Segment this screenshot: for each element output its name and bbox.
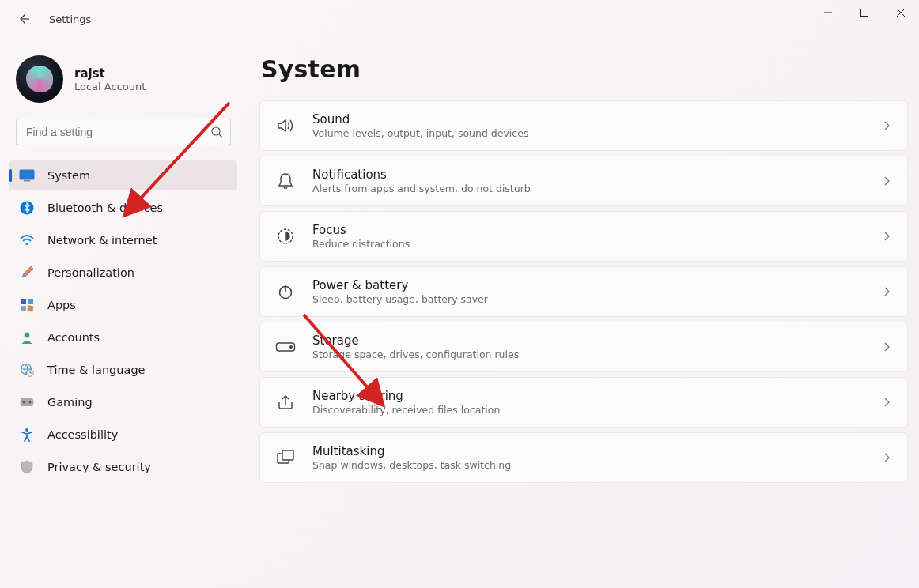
- svg-point-19: [29, 401, 32, 404]
- card-subtitle: Snap windows, desktops, task switching: [312, 459, 864, 471]
- card-title: Sound: [312, 112, 864, 126]
- apps-icon: [19, 297, 35, 313]
- minimize-button[interactable]: [810, 0, 846, 25]
- brush-icon: [19, 265, 35, 281]
- chevron-right-icon: [880, 451, 893, 464]
- card-subtitle: Storage space, drives, configuration rul…: [312, 349, 864, 360]
- bluetooth-icon: [19, 200, 35, 216]
- svg-point-15: [25, 333, 30, 338]
- main-content: System SoundVolume levels, output, input…: [247, 38, 919, 588]
- drive-icon: [274, 336, 297, 358]
- nav-list: System Bluetooth & devices Network & int…: [6, 155, 240, 484]
- person-icon: [19, 330, 35, 345]
- svg-rect-13: [21, 306, 26, 311]
- card-title: Nearby sharing: [312, 389, 864, 403]
- sidebar-item-label: Network & internet: [47, 234, 157, 247]
- display-icon: [19, 168, 35, 183]
- svg-rect-11: [21, 299, 26, 304]
- card-title: Storage: [312, 334, 864, 348]
- chevron-right-icon: [880, 230, 893, 243]
- svg-rect-8: [24, 180, 30, 182]
- page-title: System: [261, 55, 908, 83]
- sidebar-item-time-language[interactable]: Time & language: [9, 355, 237, 385]
- chevron-right-icon: [880, 119, 893, 132]
- chevron-right-icon: [880, 285, 893, 298]
- accessibility-icon: [19, 427, 35, 443]
- user-block[interactable]: rajst Local Account: [6, 38, 240, 117]
- svg-point-10: [25, 243, 28, 245]
- svg-rect-27: [282, 450, 293, 460]
- sidebar-item-system[interactable]: System: [9, 160, 237, 190]
- share-icon: [274, 391, 297, 413]
- sidebar-item-label: Privacy & security: [47, 461, 151, 473]
- back-button[interactable]: [13, 8, 35, 30]
- card-subtitle: Sleep, battery usage, battery saver: [312, 293, 864, 305]
- svg-point-25: [290, 346, 293, 349]
- chevron-right-icon: [880, 175, 893, 187]
- svg-rect-7: [20, 170, 34, 179]
- card-title: Focus: [312, 223, 864, 237]
- card-subtitle: Discoverability, received files location: [312, 404, 864, 416]
- card-title: Notifications: [312, 168, 864, 182]
- sidebar-item-label: Accounts: [47, 331, 100, 344]
- card-power[interactable]: Power & batterySleep, battery usage, bat…: [259, 266, 908, 317]
- multitasking-icon: [274, 447, 297, 469]
- card-subtitle: Volume levels, output, input, sound devi…: [312, 127, 864, 139]
- sidebar-item-label: Personalization: [47, 266, 134, 279]
- search-input[interactable]: [16, 119, 231, 145]
- close-button[interactable]: [883, 0, 919, 25]
- svg-point-18: [23, 401, 25, 404]
- sidebar-item-personalization[interactable]: Personalization: [9, 258, 237, 288]
- card-nearby-sharing[interactable]: Nearby sharingDiscoverability, received …: [259, 377, 908, 428]
- card-title: Power & battery: [312, 278, 864, 292]
- sidebar-item-label: Gaming: [47, 396, 93, 409]
- svg-rect-12: [28, 299, 33, 304]
- focus-icon: [274, 225, 297, 247]
- sidebar-item-label: Time & language: [47, 364, 146, 376]
- search-icon: [210, 126, 223, 138]
- bell-icon: [274, 170, 297, 192]
- sidebar-item-label: Bluetooth & devices: [47, 202, 163, 214]
- sidebar: rajst Local Account System Bluetooth & d…: [0, 38, 247, 588]
- card-storage[interactable]: StorageStorage space, drives, configurat…: [259, 322, 908, 372]
- avatar: [16, 55, 63, 103]
- wifi-icon: [19, 232, 35, 248]
- sidebar-item-accessibility[interactable]: Accessibility: [9, 420, 237, 450]
- maximize-button[interactable]: [846, 0, 883, 25]
- card-notifications[interactable]: NotificationsAlerts from apps and system…: [259, 156, 908, 206]
- card-multitasking[interactable]: MultitaskingSnap windows, desktops, task…: [259, 432, 908, 483]
- card-title: Multitasking: [312, 444, 864, 458]
- card-focus[interactable]: FocusReduce distractions: [259, 211, 908, 262]
- power-icon: [274, 281, 297, 303]
- sidebar-item-apps[interactable]: Apps: [9, 290, 237, 320]
- card-subtitle: Reduce distractions: [312, 238, 864, 250]
- sidebar-item-accounts[interactable]: Accounts: [9, 322, 237, 352]
- svg-point-5: [212, 127, 220, 135]
- svg-rect-1: [861, 9, 868, 17]
- user-subtitle: Local Account: [74, 81, 146, 92]
- globe-clock-icon: [19, 362, 35, 378]
- sidebar-item-bluetooth[interactable]: Bluetooth & devices: [9, 193, 237, 223]
- sidebar-item-label: Apps: [47, 299, 76, 311]
- sidebar-item-label: Accessibility: [47, 428, 118, 441]
- card-subtitle: Alerts from apps and system, do not dist…: [312, 183, 864, 194]
- sidebar-item-label: System: [47, 169, 90, 182]
- shield-icon: [19, 459, 35, 475]
- sidebar-item-privacy[interactable]: Privacy & security: [9, 452, 237, 482]
- chevron-right-icon: [880, 396, 893, 409]
- app-title: Settings: [49, 13, 91, 25]
- chevron-right-icon: [880, 341, 893, 353]
- svg-line-6: [219, 134, 222, 138]
- search-box: [16, 119, 231, 145]
- sound-icon: [274, 115, 297, 137]
- user-name: rajst: [74, 66, 146, 81]
- sidebar-item-network[interactable]: Network & internet: [9, 225, 237, 255]
- gamepad-icon: [19, 394, 35, 410]
- card-sound[interactable]: SoundVolume levels, output, input, sound…: [259, 100, 908, 151]
- svg-point-20: [25, 428, 28, 432]
- sidebar-item-gaming[interactable]: Gaming: [9, 387, 237, 417]
- svg-rect-14: [27, 305, 33, 311]
